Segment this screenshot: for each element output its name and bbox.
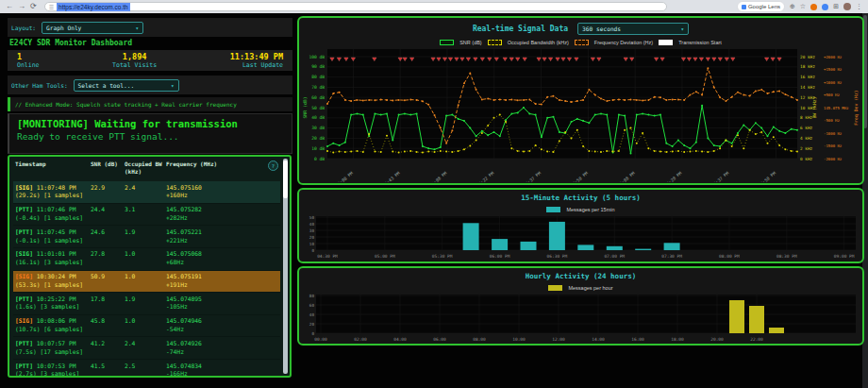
table-row[interactable]: [SIG] 11:07:48 PM(29.2s) [1 samples]22.9… bbox=[13, 181, 280, 204]
svg-text:10:52:37 PM: 10:52:37 PM bbox=[705, 171, 730, 182]
svg-text:60: 60 bbox=[309, 303, 315, 308]
svg-text:10:04:37 PM: 10:04:37 PM bbox=[517, 171, 542, 182]
svg-text:10: 10 bbox=[309, 242, 315, 246]
row-bw: 2.4 bbox=[125, 340, 166, 357]
table-row[interactable]: [SIG] 10:08:06 PM(10.7s) [6 samples]45.8… bbox=[13, 315, 280, 338]
table-row[interactable]: [PTT] 10:07:53 PM(2.7s) [3 samples]41.52… bbox=[13, 360, 280, 376]
forward-icon[interactable]: → bbox=[18, 0, 25, 13]
table-row[interactable]: [SIG] 10:30:24 PM(53.3s) [1 samples]50.9… bbox=[13, 271, 280, 294]
extensions-puzzle-icon[interactable]: ⊞ bbox=[833, 0, 839, 13]
table-scrollbar[interactable] bbox=[283, 159, 288, 374]
row-tag: [PTT] bbox=[15, 228, 33, 235]
monitoring-status-box: [MONITORING] Waiting for transmission Re… bbox=[8, 113, 292, 154]
row-duration: (53.3s) [1 samples] bbox=[15, 281, 91, 290]
row-deviation: +221Hz bbox=[166, 237, 280, 245]
layout-select[interactable]: Graph Only▾ bbox=[42, 22, 143, 34]
row-snr: 24.4 bbox=[91, 206, 125, 223]
ham-tools-select[interactable]: Select a tool...▾ bbox=[74, 79, 179, 92]
svg-text:10:14:08 PM: 10:14:08 PM bbox=[610, 171, 636, 182]
svg-text:6 kHz: 6 kHz bbox=[800, 126, 813, 130]
row-snr: 24.6 bbox=[91, 228, 125, 245]
row-deviation: -54Hz bbox=[166, 326, 280, 334]
svg-text:+1000 Hz: +1000 Hz bbox=[824, 80, 843, 85]
svg-text:9:44:43 PM: 9:44:43 PM bbox=[377, 171, 401, 182]
layout-label: Layout: bbox=[11, 25, 36, 31]
page-title: E24CY SDR Monitor Dashboard bbox=[9, 39, 132, 47]
row-time: 11:07:45 PM bbox=[37, 228, 76, 235]
svg-text:20: 20 bbox=[309, 235, 315, 240]
row-bw: 1.9 bbox=[125, 228, 166, 245]
svg-text:22:00: 22:00 bbox=[750, 337, 763, 342]
svg-text:00:00: 00:00 bbox=[314, 337, 327, 342]
table-row[interactable]: [SIG] 11:01:01 PM(16.1s) [3 samples]27.8… bbox=[13, 248, 280, 271]
row-time: 10:25:22 PM bbox=[37, 295, 76, 302]
time-window-select[interactable]: 360 seconds▾ bbox=[577, 23, 689, 35]
row-deviation: -166Hz bbox=[166, 370, 280, 376]
reload-icon[interactable]: ⟳ bbox=[30, 0, 37, 13]
svg-text:+2000 Hz: +2000 Hz bbox=[824, 55, 843, 59]
svg-text:4 kHz: 4 kHz bbox=[800, 136, 813, 141]
row-frequency: 145.075191 bbox=[166, 273, 280, 281]
bookmark-star-icon[interactable]: ☆ bbox=[800, 0, 806, 13]
deviation-legend-swatch bbox=[575, 40, 589, 45]
row-frequency: 145.075221 bbox=[166, 228, 280, 237]
row-duration: (7.5s) [17 samples] bbox=[15, 348, 91, 357]
transmission-legend-swatch bbox=[659, 40, 673, 45]
activity-15min-panel: 15-Minute Activity (5 hours) Messages pe… bbox=[297, 188, 864, 263]
table-scrollbar-thumb[interactable] bbox=[283, 160, 288, 198]
svg-text:04:00: 04:00 bbox=[393, 337, 407, 342]
bandwidth-legend-swatch bbox=[488, 40, 502, 45]
table-row[interactable]: [PTT] 11:07:45 PM(-0.1s) [1 samples]24.6… bbox=[13, 226, 280, 248]
row-snr: 22.9 bbox=[91, 184, 125, 201]
svg-text:12:00: 12:00 bbox=[552, 337, 565, 342]
url-text[interactable]: https://e24ky.decom.co.th bbox=[57, 3, 130, 11]
chevron-down-icon: ▾ bbox=[135, 25, 139, 31]
svg-text:08:30 PM: 08:30 PM bbox=[776, 254, 797, 259]
extension-icon-orange[interactable] bbox=[810, 4, 817, 10]
tools-bar: Other Ham Tools: Select a tool...▾ bbox=[8, 76, 292, 94]
svg-text:30: 30 bbox=[309, 228, 315, 233]
profile-avatar[interactable] bbox=[843, 3, 851, 10]
messages-15min-swatch bbox=[546, 207, 560, 212]
svg-text:09:00 PM: 09:00 PM bbox=[834, 254, 855, 259]
row-snr: 45.8 bbox=[91, 317, 125, 334]
row-duration: (29.2s) [1 samples] bbox=[15, 192, 91, 200]
menu-kebab-icon[interactable]: ⋮ bbox=[856, 0, 862, 13]
svg-text:07:30 PM: 07:30 PM bbox=[661, 254, 682, 259]
row-tag: [PTT] bbox=[15, 206, 33, 212]
row-tag: [SIG] bbox=[15, 317, 33, 324]
svg-text:18 kHz: 18 kHz bbox=[800, 64, 815, 69]
table-row[interactable]: [PTT] 10:07:57 PM(7.5s) [17 samples]41.2… bbox=[13, 337, 280, 360]
activity-15min-title: 15-Minute Activity (5 hours) bbox=[521, 194, 640, 202]
row-frequency: 145.074946 bbox=[166, 317, 280, 326]
monitoring-status-line2: Ready to receive PTT signal... bbox=[17, 131, 284, 142]
zoom-icon[interactable]: ⊕ bbox=[790, 0, 795, 13]
hourly-activity-panel: Hourly Activity (24 hours) Messages per … bbox=[297, 266, 864, 346]
svg-text:20:00: 20:00 bbox=[710, 337, 724, 342]
browser-chrome: ← → ⟳ ☰ https://e24ky.decom.co.th Google… bbox=[0, 0, 868, 13]
svg-text:04:30 PM: 04:30 PM bbox=[317, 254, 338, 259]
back-icon[interactable]: ← bbox=[6, 0, 13, 13]
svg-text:08:00 PM: 08:00 PM bbox=[719, 254, 740, 259]
svg-text:40: 40 bbox=[309, 312, 315, 317]
row-deviation: +68Hz bbox=[166, 259, 280, 267]
row-time: 10:07:53 PM bbox=[37, 363, 76, 369]
row-duration: (2.7s) [3 samples] bbox=[15, 370, 91, 376]
chevron-down-icon: ▾ bbox=[171, 82, 175, 89]
svg-text:10:07:50 PM: 10:07:50 PM bbox=[564, 171, 590, 182]
table-rows[interactable]: [SIG] 11:07:48 PM(29.2s) [1 samples]22.9… bbox=[13, 181, 280, 376]
google-lens-button[interactable]: Google Lens bbox=[737, 1, 785, 12]
svg-text:06:30 PM: 06:30 PM bbox=[547, 254, 568, 259]
extension-icon-blue[interactable] bbox=[822, 4, 828, 10]
svg-text:08:00: 08:00 bbox=[473, 337, 486, 342]
svg-text:0: 0 bbox=[311, 248, 314, 253]
table-row[interactable]: [PTT] 11:07:46 PM(-0.4s) [1 samples]24.4… bbox=[13, 204, 280, 227]
help-icon[interactable]: ? bbox=[268, 160, 278, 171]
svg-text:-2000 Hz: -2000 Hz bbox=[824, 157, 843, 161]
tools-label: Other Ham Tools: bbox=[11, 82, 68, 89]
chevron-down-icon: ▾ bbox=[680, 25, 684, 32]
svg-text:-1000 Hz: -1000 Hz bbox=[824, 131, 843, 136]
table-row[interactable]: [PTT] 10:25:22 PM(1.6s) [3 samples]17.81… bbox=[13, 293, 280, 315]
url-bar[interactable]: ☰ https://e24ky.decom.co.th bbox=[44, 2, 667, 11]
row-time: 11:07:46 PM bbox=[37, 206, 76, 212]
